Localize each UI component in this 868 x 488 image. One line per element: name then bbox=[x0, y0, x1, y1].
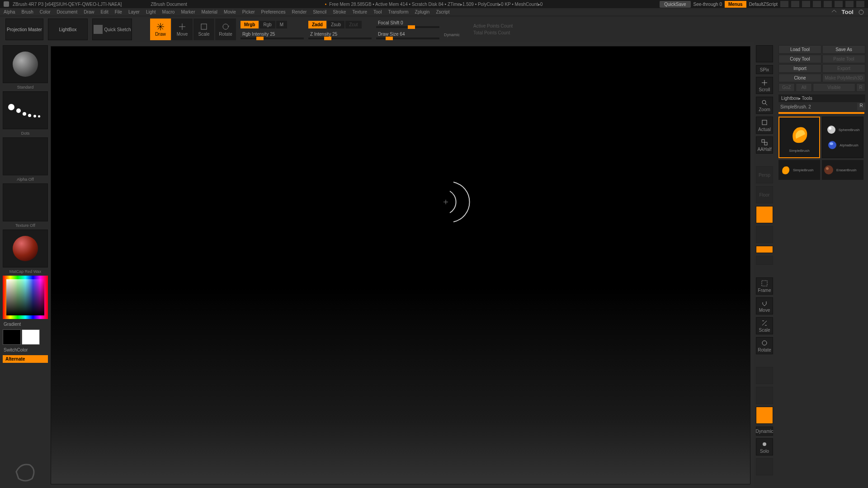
goz-button[interactable]: GoZ bbox=[778, 83, 795, 92]
import-button[interactable]: Import bbox=[778, 64, 821, 73]
lightbox-button[interactable]: LightBox bbox=[48, 19, 88, 40]
menu-movie[interactable]: Movie bbox=[224, 9, 236, 14]
goz-visible-button[interactable]: Visible bbox=[813, 83, 855, 92]
menu-draw[interactable]: Draw bbox=[84, 9, 94, 14]
menu-light[interactable]: Light bbox=[146, 9, 156, 14]
tool-r-button[interactable]: R bbox=[857, 103, 865, 110]
actual-button[interactable]: Actual bbox=[756, 117, 773, 134]
menu-material[interactable]: Material bbox=[202, 9, 218, 14]
draw-size-slider[interactable] bbox=[376, 38, 439, 39]
layout-button-1[interactable] bbox=[780, 1, 788, 7]
solo-button[interactable]: Solo bbox=[756, 438, 773, 455]
menu-brush[interactable]: Brush bbox=[22, 9, 33, 14]
xyz-button[interactable] bbox=[756, 226, 773, 243]
close-button[interactable] bbox=[856, 1, 864, 7]
copy-tool-button[interactable]: Copy Tool bbox=[778, 55, 821, 63]
sv-box[interactable] bbox=[6, 279, 44, 315]
goz-all-button[interactable]: All bbox=[796, 83, 812, 92]
texture-selector[interactable] bbox=[3, 183, 48, 221]
draw-mode-button[interactable]: Draw bbox=[150, 19, 171, 40]
goz-r-button[interactable]: R bbox=[856, 83, 865, 92]
nav-rotate-button[interactable]: Rotate bbox=[756, 337, 773, 354]
maximize-button[interactable] bbox=[845, 1, 854, 7]
pin-icon[interactable] bbox=[831, 9, 837, 15]
layout-button-2[interactable] bbox=[791, 1, 799, 7]
rgb-intensity-slider[interactable] bbox=[241, 38, 304, 39]
nav-scale-button[interactable]: Scale bbox=[756, 317, 773, 334]
frame-button[interactable]: Frame bbox=[756, 277, 773, 295]
menu-zscript[interactable]: Zscript bbox=[436, 9, 449, 14]
zcut-button[interactable]: Zcut bbox=[345, 21, 361, 28]
restore-button[interactable] bbox=[835, 1, 843, 7]
menu-edit[interactable]: Edit bbox=[101, 9, 108, 14]
lightbox-tools-label[interactable]: Lightbox▸ Tools bbox=[778, 94, 865, 102]
clone-button[interactable]: Clone bbox=[778, 74, 821, 82]
mrgb-button[interactable]: Mrgb bbox=[241, 21, 259, 28]
layout-button-3[interactable] bbox=[802, 1, 810, 7]
spix-button[interactable]: SPix bbox=[756, 65, 773, 74]
stroke-selector[interactable] bbox=[3, 91, 48, 129]
secondary-color-swatch[interactable] bbox=[3, 329, 21, 345]
nav-move-button[interactable]: Move bbox=[756, 297, 773, 314]
menu-file[interactable]: File bbox=[115, 9, 122, 14]
xpose-button[interactable] bbox=[756, 246, 773, 253]
ghost-button[interactable] bbox=[756, 407, 773, 424]
xpose2-button[interactable] bbox=[756, 458, 773, 475]
menu-stencil[interactable]: Stencil bbox=[313, 9, 326, 14]
quick-sketch-button[interactable]: Quick Sketch bbox=[92, 19, 132, 40]
poly-button[interactable] bbox=[756, 256, 773, 265]
projection-master-button[interactable]: Projection Master bbox=[5, 19, 43, 40]
zsub-button[interactable]: Zsub bbox=[327, 21, 344, 28]
canvas[interactable] bbox=[51, 46, 750, 484]
zoom-button[interactable]: Zoom bbox=[756, 97, 773, 114]
menu-preferences[interactable]: Preferences bbox=[261, 9, 286, 14]
rotate-mode-button[interactable]: Rotate bbox=[215, 19, 236, 40]
paste-tool-button[interactable]: Paste Tool bbox=[822, 55, 865, 63]
menu-document[interactable]: Document bbox=[57, 9, 78, 14]
export-button[interactable]: Export bbox=[822, 64, 865, 73]
alternate-button[interactable]: Alternate bbox=[3, 355, 48, 363]
make-polymesh-button[interactable]: Make PolyMesh3D bbox=[822, 74, 865, 82]
defaultzscript-button[interactable]: DefaultZScript bbox=[749, 2, 778, 7]
minimize-button[interactable] bbox=[824, 1, 832, 7]
menu-texture[interactable]: Texture bbox=[352, 9, 367, 14]
persp-button[interactable]: Persp bbox=[756, 166, 773, 183]
shelf-blank-button[interactable] bbox=[756, 45, 773, 62]
tool-slider[interactable] bbox=[778, 112, 864, 114]
dynamic-label[interactable]: Dynamic bbox=[444, 33, 460, 37]
tool-simplebrush[interactable]: SimpleBrush bbox=[778, 117, 820, 158]
menu-color[interactable]: Color bbox=[40, 9, 51, 14]
menu-stroke[interactable]: Stroke bbox=[333, 9, 346, 14]
rgb-button[interactable]: Rgb bbox=[259, 21, 275, 28]
load-tool-button[interactable]: Load Tool bbox=[778, 45, 821, 54]
brush-selector[interactable] bbox=[3, 45, 48, 83]
menu-zplugin[interactable]: Zplugin bbox=[415, 9, 430, 14]
color-picker[interactable] bbox=[3, 276, 48, 319]
seethrough-slider[interactable]: See-through 0 bbox=[693, 2, 722, 7]
local-button[interactable] bbox=[756, 206, 773, 223]
primary-color-swatch[interactable] bbox=[22, 329, 40, 345]
menu-layer[interactable]: Layer bbox=[128, 9, 140, 14]
draw-polyframe-button[interactable] bbox=[756, 367, 773, 384]
scale-mode-button[interactable]: Scale bbox=[193, 19, 214, 40]
reset-icon[interactable] bbox=[858, 9, 864, 15]
z-intensity-slider[interactable] bbox=[308, 38, 372, 39]
menu-picker[interactable]: Picker bbox=[242, 9, 255, 14]
tool-eraserbrush[interactable]: EraserBrush bbox=[822, 160, 863, 180]
menu-render[interactable]: Render bbox=[292, 9, 307, 14]
focal-shift-slider[interactable] bbox=[376, 26, 439, 28]
switch-color-button[interactable]: SwitchColor bbox=[3, 347, 48, 353]
layout-button-4[interactable] bbox=[813, 1, 821, 7]
menus-button[interactable]: Menus bbox=[725, 1, 746, 8]
move-mode-button[interactable]: Move bbox=[172, 19, 193, 40]
quicksave-button[interactable]: QuickSave bbox=[660, 1, 690, 8]
transp-button[interactable] bbox=[756, 387, 773, 404]
dynamic-nav-button[interactable]: Dynamic bbox=[756, 427, 773, 436]
tool-simplebrush2[interactable]: SimpleBrush bbox=[778, 160, 820, 180]
gradient-toggle[interactable]: Gradient bbox=[3, 321, 48, 328]
aahalf-button[interactable]: AAHalf bbox=[756, 136, 773, 154]
menu-alpha[interactable]: Alpha bbox=[4, 9, 15, 14]
material-selector[interactable] bbox=[3, 230, 48, 267]
alpha-selector[interactable] bbox=[3, 137, 48, 175]
m-button[interactable]: M bbox=[276, 21, 287, 28]
